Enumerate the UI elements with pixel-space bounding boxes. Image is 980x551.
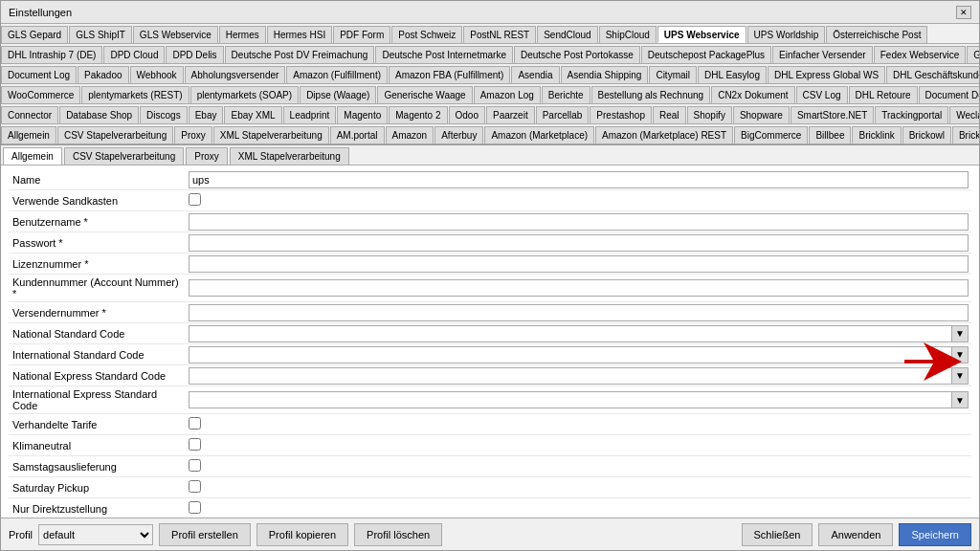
tab-gls-gepard[interactable]: GLS Gepard	[1, 26, 68, 43]
tab-ups-worldship[interactable]: UPS Worldship	[747, 26, 826, 43]
dropdown-input-internationalstandardcode[interactable]	[189, 346, 951, 364]
form-checkbox-samstagsauslieferung[interactable]	[189, 459, 201, 472]
tab-shopify[interactable]: Shopify	[687, 106, 732, 123]
tab-amazon-fba-(fulfillment)[interactable]: Amazon FBA (Fulfillment)	[389, 66, 510, 83]
sub-tab-allgemein[interactable]: Allgemein	[3, 147, 62, 165]
tab-ebay[interactable]: Ebay	[189, 106, 224, 123]
tab-magento-2[interactable]: Magento 2	[389, 106, 447, 123]
sub-tab-csv-stapelverarbeitung[interactable]: CSV Stapelverarbeitung	[64, 147, 184, 165]
tab-fedex-webservice[interactable]: Fedex Webservice	[874, 46, 967, 63]
tab-plentymarkets-(soap)[interactable]: plentymarkets (SOAP)	[190, 86, 299, 103]
tab-dpd-cloud[interactable]: DPD Cloud	[103, 46, 165, 63]
tab-csv-log[interactable]: CSV Log	[796, 86, 848, 103]
tab-discogs[interactable]: Discogs	[140, 106, 188, 123]
tab-hermes[interactable]: Hermes	[219, 26, 266, 43]
form-input-versendernummer[interactable]	[189, 304, 969, 321]
tab-amazon-(fulfillment)[interactable]: Amazon (Fulfillment)	[286, 66, 388, 83]
tab-citymail[interactable]: Citymail	[649, 66, 697, 83]
copy-profile-button[interactable]: Profil kopieren	[256, 523, 348, 546]
tab-bricklink[interactable]: Bricklink	[852, 126, 901, 143]
tab-database-shop[interactable]: Database Shop	[59, 106, 139, 123]
tab-billbee[interactable]: Billbee	[809, 126, 851, 143]
tab-amazon-log[interactable]: Amazon Log	[474, 86, 541, 103]
form-input-lizenznummer[interactable]	[189, 255, 969, 273]
tab-pakadoo[interactable]: Pakadoo	[78, 66, 128, 83]
dropdown-input-internationalexpressstandardcode[interactable]	[189, 391, 951, 408]
tab-brickscout[interactable]: Brickscout	[952, 126, 979, 143]
tab-proxy[interactable]: Proxy	[174, 126, 212, 143]
tab-dhl-intraship-7-(de)[interactable]: DHL Intraship 7 (DE)	[1, 46, 102, 63]
tab-real[interactable]: Real	[653, 106, 686, 123]
tab-paarzeit[interactable]: Paarzeit	[486, 106, 535, 123]
tab-parcellab[interactable]: Parcellab	[536, 106, 590, 123]
tab-dipse-(waage)[interactable]: Dipse (Waage)	[300, 86, 376, 103]
dropdown-btn-nationalstandardcode[interactable]: ▼	[951, 325, 969, 342]
tab-smartstore.net[interactable]: SmartStore.NET	[791, 106, 874, 123]
tab-deutsche-post-dv-freimachung[interactable]: Deutsche Post DV Freimachung	[225, 46, 375, 63]
dropdown-input-nationalexpressstandardcode[interactable]	[189, 367, 951, 385]
tab-document-log[interactable]: Document Log	[1, 66, 77, 83]
tab-dpd-delis[interactable]: DPD Delis	[166, 46, 223, 63]
tab-dhl-retoure[interactable]: DHL Retoure	[849, 86, 918, 103]
tab-pdf-form[interactable]: PDF Form	[333, 26, 390, 43]
tab-brickowl[interactable]: Brickowl	[902, 126, 951, 143]
tab-bestellung-als-rechnung[interactable]: Bestellung als Rechnung	[591, 86, 711, 103]
form-input-kundennummeraccountnummer[interactable]	[189, 279, 969, 297]
tab-afterbuy[interactable]: Afterbuy	[434, 126, 483, 143]
tab-leadprint[interactable]: Leadprint	[283, 106, 337, 123]
apply-button[interactable]: Anwenden	[818, 523, 893, 546]
tab-plentymarkets-(rest)[interactable]: plentymarkets (REST)	[81, 86, 189, 103]
tab-post-schweiz[interactable]: Post Schweiz	[391, 26, 462, 43]
form-input-passwort[interactable]	[189, 234, 969, 252]
tab-dhl-geschäftskundenversand[interactable]: DHL Geschäftskundenversand	[886, 66, 979, 83]
tab-deutsche-post-internetmarke[interactable]: Deutsche Post Internetmarke	[375, 46, 513, 63]
tab-odoo[interactable]: Odoo	[449, 106, 485, 123]
tab-asendia-shipping[interactable]: Asendia Shipping	[561, 66, 649, 83]
tab-allgemein[interactable]: Allgemein	[1, 126, 56, 143]
tab-cn2x-dokument[interactable]: CN2x Dokument	[711, 86, 794, 103]
tab-amazon-(marketplace)-rest[interactable]: Amazon (Marketplace) REST	[595, 126, 733, 143]
tab-amazon[interactable]: Amazon	[386, 126, 434, 143]
save-button[interactable]: Speichern	[899, 523, 971, 546]
tab-postnl-rest[interactable]: PostNL REST	[463, 26, 536, 43]
profile-select[interactable]: default	[38, 524, 153, 545]
tab-shipcloud[interactable]: ShipCloud	[599, 26, 657, 43]
tab-gls-webservice[interactable]: GLS Webservice	[133, 26, 218, 43]
tab-deutsche-post-portokasse[interactable]: Deutsche Post Portokasse	[514, 46, 640, 63]
tab-webhook[interactable]: Webhook	[130, 66, 184, 83]
tab-gel-express[interactable]: GEL Express	[967, 46, 979, 63]
tab-dhl-easylog[interactable]: DHL Easylog	[698, 66, 767, 83]
dropdown-btn-internationalstandardcode[interactable]: ▼	[951, 346, 969, 364]
dropdown-input-nationalstandardcode[interactable]	[189, 325, 951, 342]
tab-xml-stapelverarbeitung[interactable]: XML Stapelverarbeitung	[213, 126, 329, 143]
tab-document-downloader[interactable]: Document Downloader	[919, 86, 979, 103]
form-checkbox-verhandeltetarife[interactable]	[189, 417, 201, 430]
form-checkbox-saturdaypickup[interactable]	[189, 480, 201, 493]
tab-magento[interactable]: Magento	[337, 106, 388, 123]
tab-deutschepost-packageplus[interactable]: Deutschepost PackagePlus	[641, 46, 771, 63]
tab-abholungsversender[interactable]: Abholungsversender	[185, 66, 286, 83]
delete-profile-button[interactable]: Profil löschen	[354, 523, 442, 546]
tab-sendcloud[interactable]: SendCloud	[537, 26, 597, 43]
tab-csv-stapelverarbeitung[interactable]: CSV Stapelverarbeitung	[57, 126, 173, 143]
dropdown-btn-nationalexpressstandardcode[interactable]: ▼	[951, 367, 969, 385]
form-checkbox-verwendesandkasten[interactable]	[189, 193, 201, 206]
tab-shopware[interactable]: Shopware	[733, 106, 790, 123]
tab-prestashop[interactable]: Prestashop	[590, 106, 652, 123]
tab-generische-waage[interactable]: Generische Waage	[377, 86, 472, 103]
create-profile-button[interactable]: Profil erstellen	[159, 523, 251, 546]
sub-tab-xml-stapelverarbeitung[interactable]: XML Stapelverarbeitung	[230, 147, 349, 165]
tab-asendia[interactable]: Asendia	[511, 66, 559, 83]
form-checkbox-klimaneutral[interactable]	[189, 438, 201, 451]
tab-dhl-express-global-ws[interactable]: DHL Express Global WS	[768, 66, 885, 83]
tab-ups-webservice[interactable]: UPS Webservice	[657, 26, 746, 43]
tab-österreichische-post[interactable]: Österreichische Post	[826, 26, 927, 43]
close-button[interactable]: ✕	[956, 6, 971, 19]
tab-trackingportal[interactable]: Trackingportal	[875, 106, 948, 123]
tab-weclapp[interactable]: Weclapp	[949, 106, 979, 123]
dropdown-btn-internationalexpressstandardcode[interactable]: ▼	[951, 391, 969, 408]
form-input-name[interactable]	[189, 171, 969, 188]
tab-amazon-(marketplace)[interactable]: Amazon (Marketplace)	[484, 126, 594, 143]
tab-gls-shipit[interactable]: GLS ShipIT	[69, 26, 132, 43]
tab-am.portal[interactable]: AM.portal	[330, 126, 385, 143]
